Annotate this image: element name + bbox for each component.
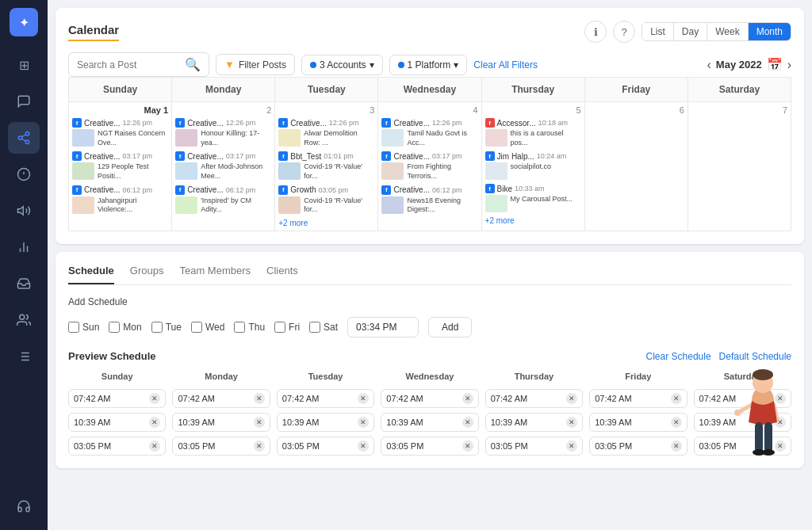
tab-week[interactable]: Week [707, 23, 748, 40]
more-posts-link[interactable]: +2 more [485, 216, 581, 225]
check-tue[interactable]: Tue [151, 322, 182, 333]
post-time: 06:12 pm [432, 186, 462, 194]
filter-button[interactable]: ▼ Filter Posts [216, 54, 295, 75]
sidebar-item-reports[interactable] [8, 231, 40, 263]
post-text: My Carousal Post... [511, 195, 573, 204]
sidebar-item-connections[interactable] [8, 122, 40, 154]
post-group: f Creative... 03:17 pm From Fighting Ter… [381, 151, 477, 181]
thumbnail [72, 129, 94, 147]
calendar-icon[interactable]: 📅 [767, 57, 783, 72]
check-fri[interactable]: Fri [274, 322, 300, 333]
thumbnail [278, 129, 301, 147]
checkbox-sun[interactable] [68, 322, 79, 333]
remove-slot-button[interactable]: ✕ [462, 393, 473, 404]
remove-slot-button[interactable]: ✕ [462, 417, 473, 428]
check-thu[interactable]: Thu [234, 322, 265, 333]
col-thursday: Thursday [481, 78, 584, 102]
search-box[interactable]: 🔍 [68, 52, 209, 77]
check-wed[interactable]: Wed [191, 322, 224, 333]
remove-slot-button[interactable]: ✕ [358, 393, 369, 404]
tab-schedule[interactable]: Schedule [68, 265, 114, 284]
post-thumb: Covid-19 'R-Value' for... [278, 196, 374, 215]
day-cell-fri: 6 [584, 102, 688, 231]
time-slot: 03:05 PM ✕ [381, 437, 478, 456]
time-slot: 10:39 AM ✕ [589, 413, 687, 432]
checkbox-thu[interactable] [234, 322, 245, 333]
sidebar-item-team[interactable] [8, 304, 40, 336]
remove-slot-button[interactable]: ✕ [671, 440, 682, 452]
info-button[interactable]: ℹ [584, 21, 607, 43]
checkbox-fri[interactable] [274, 322, 285, 333]
sidebar-logo[interactable]: ✦ [10, 8, 38, 36]
remove-slot-button[interactable]: ✕ [566, 417, 577, 428]
post-time: 10:18 am [538, 119, 568, 127]
help-button[interactable]: ? [613, 21, 635, 43]
checkbox-wed[interactable] [191, 322, 202, 333]
remove-slot-button[interactable]: ✕ [671, 417, 682, 428]
remove-slot-button[interactable]: ✕ [149, 440, 160, 452]
remove-slot-button[interactable]: ✕ [254, 417, 265, 428]
remove-slot-button[interactable]: ✕ [358, 440, 369, 452]
default-schedule-button[interactable]: Default Schedule [719, 351, 791, 362]
checkbox-tue[interactable] [151, 322, 163, 333]
remove-slot-button[interactable]: ✕ [254, 393, 265, 404]
preview-col-header: Sunday [68, 372, 166, 381]
sidebar-item-dashboard[interactable]: ⊞ [8, 49, 40, 81]
platform-dot [398, 62, 404, 68]
remove-slot-button[interactable]: ✕ [671, 393, 682, 404]
tab-month[interactable]: Month [749, 23, 791, 40]
prev-month-button[interactable]: ‹ [707, 58, 711, 72]
check-mon[interactable]: Mon [109, 322, 141, 333]
sidebar-item-messages[interactable] [8, 86, 40, 117]
checkbox-sat[interactable] [309, 322, 320, 333]
tab-groups[interactable]: Groups [130, 265, 164, 284]
tab-team-members[interactable]: Team Members [179, 265, 251, 284]
clear-schedule-button[interactable]: Clear Schedule [646, 351, 711, 362]
sidebar-item-campaigns[interactable] [8, 195, 40, 227]
remove-slot-button[interactable]: ✕ [149, 393, 160, 404]
slot-time: 10:39 AM [491, 418, 527, 427]
platform-button[interactable]: 1 Platform ▾ [389, 55, 468, 75]
remove-slot-button[interactable]: ✕ [462, 440, 473, 452]
remove-slot-button[interactable]: ✕ [358, 417, 369, 428]
post-time: 03:05 pm [319, 186, 349, 194]
facebook-icon: f [381, 185, 391, 195]
post-thumb: Covid-19 'R-Value' for... [278, 162, 374, 181]
remove-slot-button[interactable]: ✕ [254, 440, 265, 452]
time-slot: 07:42 AM ✕ [381, 389, 478, 408]
post-group: f Creative... 06:12 pm 'Inspired' by CM … [175, 185, 271, 215]
tab-clients[interactable]: Clients [266, 265, 298, 284]
checkbox-mon[interactable] [109, 322, 120, 333]
clear-filters-button[interactable]: Clear All Filters [473, 59, 538, 71]
calendar-title: Calendar [68, 23, 119, 41]
facebook-icon: f [72, 151, 82, 161]
more-posts-link[interactable]: +2 more [278, 219, 374, 227]
day-number: 7 [691, 105, 787, 115]
sidebar-item-inbox[interactable] [8, 268, 40, 299]
time-input[interactable] [347, 317, 419, 337]
check-sat[interactable]: Sat [309, 322, 338, 333]
sidebar-item-support[interactable] [8, 490, 40, 522]
sidebar-item-bulk[interactable] [8, 341, 40, 372]
tab-day[interactable]: Day [674, 23, 707, 40]
slot-time: 03:05 PM [386, 441, 423, 451]
post-text: 'Inspired' by CM Adity... [201, 196, 271, 215]
tab-list[interactable]: List [642, 23, 674, 40]
remove-slot-button[interactable]: ✕ [566, 440, 577, 452]
next-month-button[interactable]: › [787, 58, 791, 72]
search-input[interactable] [77, 59, 180, 71]
check-sun[interactable]: Sun [68, 322, 99, 333]
svg-line-4 [21, 135, 25, 137]
post-thumb: 129 People Test Positi... [72, 162, 168, 181]
svg-rect-25 [764, 422, 772, 452]
post-group: f Growth 03:05 pm Covid-19 'R-Value' for… [278, 185, 374, 215]
svg-marker-8 [18, 207, 24, 215]
post-text: 129 People Test Positi... [98, 162, 168, 181]
remove-slot-button[interactable]: ✕ [149, 417, 160, 428]
remove-slot-button[interactable]: ✕ [566, 393, 577, 404]
sidebar-item-alerts[interactable] [8, 158, 40, 190]
col-tuesday: Tuesday [275, 78, 378, 102]
preview-col-thursday: Thursday 07:42 AM ✕ 10:39 AM ✕ 03:05 PM … [485, 372, 583, 456]
accounts-button[interactable]: 3 Accounts ▾ [301, 55, 383, 75]
add-schedule-button[interactable]: Add [428, 317, 472, 337]
